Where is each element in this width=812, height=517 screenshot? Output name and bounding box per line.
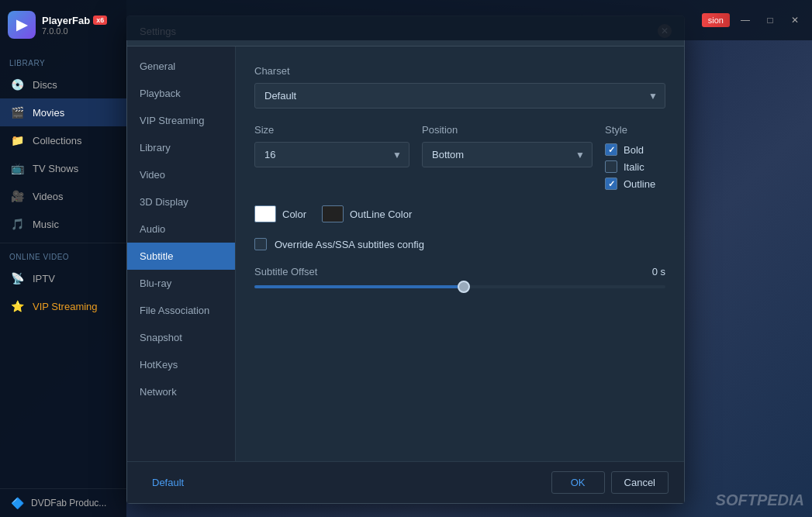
- charset-select-wrapper: Default ▼: [254, 83, 665, 109]
- offset-value: 0 s: [652, 266, 665, 277]
- minimize-button[interactable]: —: [736, 13, 755, 27]
- nav-item-snapshot[interactable]: Snapshot: [127, 324, 235, 351]
- dialog-body: General Playback VIP Streaming Library V…: [127, 47, 684, 461]
- sidebar-item-vip[interactable]: ⭐ VIP Streaming: [0, 292, 126, 320]
- app-logo-icon: ▶: [8, 11, 36, 39]
- library-section-label: Library: [0, 50, 126, 71]
- override-checkbox[interactable]: [254, 238, 267, 250]
- sidebar-item-collections[interactable]: 📁 Collections: [0, 126, 126, 154]
- app-version: 7.0.0.0: [42, 26, 107, 36]
- offset-row: Subtitle Offset 0 s: [254, 266, 665, 288]
- nav-item-file-association[interactable]: File Association: [127, 297, 235, 324]
- online-section-label: ONLINE VIDEO: [0, 248, 126, 264]
- sidebar-item-videos[interactable]: 🎥 Videos: [0, 182, 126, 210]
- disc-icon: 💿: [9, 77, 25, 92]
- size-select[interactable]: 16: [254, 142, 409, 167]
- offset-slider-track[interactable]: [254, 285, 665, 288]
- outline-checkbox-row: Outline: [605, 178, 665, 190]
- default-button[interactable]: Default: [143, 472, 193, 493]
- logo-area: ▶ PlayerFab x6 7.0.0.0: [0, 0, 126, 50]
- color-swatch: [254, 205, 276, 222]
- sidebar-item-label: VIP Streaming: [33, 301, 98, 312]
- nav-item-3d-display[interactable]: 3D Display: [127, 188, 235, 215]
- app-badge: x6: [93, 16, 107, 25]
- footer-right-buttons: OK Cancel: [551, 471, 669, 494]
- sidebar-item-label: Collections: [33, 135, 82, 146]
- sidebar-item-movies[interactable]: 🎬 Movies: [0, 98, 126, 126]
- outline-color-item[interactable]: OutLine Color: [322, 205, 412, 222]
- position-label: Position: [422, 124, 593, 136]
- nav-item-playback[interactable]: Playback: [127, 80, 235, 107]
- sidebar-item-tv-shows[interactable]: 📺 TV Shows: [0, 154, 126, 182]
- dvdfab-label: DVDFab Produc...: [31, 498, 106, 508]
- italic-checkbox-row: Italic: [605, 160, 665, 173]
- sidebar-item-label: TV Shows: [33, 163, 78, 174]
- italic-checkbox[interactable]: [605, 160, 617, 173]
- color-row: Color OutLine Color: [254, 205, 665, 222]
- dvdfab-icon: 🔷: [9, 495, 25, 511]
- offset-slider-fill: [254, 285, 464, 288]
- nav-item-hotkeys[interactable]: HotKeys: [127, 351, 235, 378]
- sidebar-item-discs[interactable]: 💿 Discs: [0, 71, 126, 98]
- nav-item-general[interactable]: General: [127, 53, 235, 80]
- settings-nav: General Playback VIP Streaming Library V…: [127, 47, 236, 461]
- sidebar: ▶ PlayerFab x6 7.0.0.0 Library 💿 Discs 🎬…: [0, 0, 126, 517]
- nav-item-library[interactable]: Library: [127, 134, 235, 161]
- position-column: Position Bottom Top Custom ▼: [422, 124, 593, 183]
- top-bar: sion — □ ✕: [126, 0, 812, 40]
- style-label: Style: [605, 124, 665, 136]
- settings-dialog: Settings ✕ General Playback VIP Streamin…: [126, 16, 685, 504]
- outline-color-swatch: [322, 205, 344, 222]
- restore-button[interactable]: □: [761, 13, 779, 27]
- logo-text: PlayerFab x6 7.0.0.0: [42, 15, 107, 36]
- app-name: PlayerFab x6: [42, 15, 107, 26]
- bold-checkbox[interactable]: [605, 143, 617, 156]
- offset-label: Subtitle Offset: [254, 266, 317, 277]
- color-item[interactable]: Color: [254, 205, 306, 222]
- position-select-wrapper: Bottom Top Custom ▼: [422, 142, 593, 167]
- offset-header: Subtitle Offset 0 s: [254, 266, 665, 277]
- nav-item-network[interactable]: Network: [127, 378, 235, 405]
- nav-item-audio[interactable]: Audio: [127, 215, 235, 243]
- dialog-footer: Default OK Cancel: [127, 461, 684, 503]
- sidebar-item-label: Videos: [33, 191, 64, 202]
- videos-icon: 🎥: [9, 188, 25, 204]
- charset-label: Charset: [254, 65, 665, 77]
- color-label: Color: [282, 209, 306, 220]
- position-select[interactable]: Bottom Top Custom: [422, 142, 593, 167]
- offset-slider-thumb[interactable]: [458, 281, 470, 293]
- ok-button[interactable]: OK: [551, 471, 605, 494]
- override-row: Override Ass/SSA subtitles config: [254, 238, 665, 250]
- style-column: Style Bold Italic Outline: [605, 124, 665, 190]
- sidebar-item-label: Movies: [33, 107, 64, 119]
- style-checkboxes: Bold Italic Outline: [605, 142, 665, 190]
- size-select-wrapper: 16 ▼: [254, 142, 409, 167]
- bold-label: Bold: [624, 144, 644, 156]
- music-icon: 🎵: [9, 216, 25, 232]
- outline-color-label: OutLine Color: [350, 209, 412, 220]
- iptv-icon: 📡: [9, 271, 25, 286]
- nav-item-subtitle[interactable]: Subtitle: [127, 243, 235, 270]
- collections-icon: 📁: [9, 133, 25, 148]
- italic-label: Italic: [624, 161, 644, 173]
- size-column: Size 16 ▼: [254, 124, 409, 183]
- cancel-button[interactable]: Cancel: [611, 471, 669, 494]
- dvdfab-item[interactable]: 🔷 DVDFab Produc...: [0, 488, 126, 517]
- outline-checkbox[interactable]: [605, 178, 617, 190]
- sidebar-item-iptv[interactable]: 📡 IPTV: [0, 264, 126, 292]
- sidebar-item-music[interactable]: 🎵 Music: [0, 210, 126, 238]
- version-badge: sion: [702, 13, 730, 27]
- sidebar-item-label: IPTV: [33, 273, 55, 284]
- tv-icon: 📺: [9, 160, 25, 176]
- charset-select[interactable]: Default: [254, 83, 665, 109]
- close-app-button[interactable]: ✕: [786, 13, 804, 27]
- sidebar-divider: [0, 243, 126, 243]
- vip-icon: ⭐: [9, 298, 25, 314]
- sidebar-item-label: Music: [33, 219, 59, 230]
- movie-icon: 🎬: [9, 105, 25, 120]
- size-label: Size: [254, 124, 409, 136]
- nav-item-blu-ray[interactable]: Blu-ray: [127, 270, 235, 297]
- nav-item-video[interactable]: Video: [127, 161, 235, 188]
- nav-item-vip-streaming[interactable]: VIP Streaming: [127, 107, 235, 134]
- softpedia-logo: SOFTPEDIA: [716, 491, 804, 509]
